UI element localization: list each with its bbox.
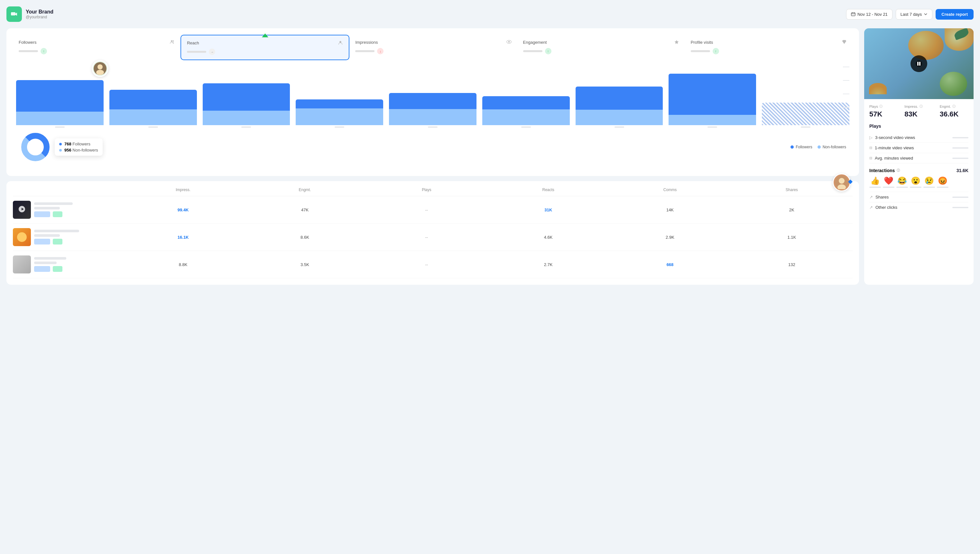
table-row: 16.1K 8.6K -- 4.6K 2.9K 1.1K xyxy=(13,224,853,251)
svg-point-12 xyxy=(96,70,104,75)
period-label: Last 7 days xyxy=(900,12,922,17)
impress-info-icon[interactable]: ⓘ xyxy=(920,104,923,109)
emoji-sad: 😢 xyxy=(923,176,935,188)
row2-impress: 16.1K xyxy=(122,235,244,240)
tab-engagement[interactable]: Engagement ↑ xyxy=(517,35,685,60)
plays-item-avg-label: Avg. minutes viewed xyxy=(875,156,913,161)
svg-point-16 xyxy=(839,178,845,184)
header-controls: Nov 12 - Nov 21 Last 7 days Create repor… xyxy=(846,9,974,20)
brand-handle: @yourbrand xyxy=(26,15,53,19)
svg-rect-1 xyxy=(851,13,855,16)
emoji-like: 👍 xyxy=(869,176,881,188)
reach-tab-label: Reach xyxy=(187,41,199,45)
col-comms-header: Comms xyxy=(609,188,731,192)
engagement-arrow: ↑ xyxy=(545,48,552,54)
create-report-button[interactable]: Create report xyxy=(935,9,974,20)
reach-icon xyxy=(338,40,343,46)
svg-point-9 xyxy=(508,41,510,43)
table-section: Impress. Engmt. Plays Reacts Comms Share… xyxy=(6,181,859,285)
row3-impress: 8.8K xyxy=(122,262,244,267)
reach-avatar-container xyxy=(92,60,108,77)
brand-logo xyxy=(6,6,22,22)
row1-reacts: 31K xyxy=(487,207,609,212)
svg-rect-21 xyxy=(919,62,921,65)
row3-plays: -- xyxy=(366,262,487,267)
row1-comms: 14K xyxy=(609,207,731,212)
engmt-value: 36.6K xyxy=(940,110,969,118)
emoji-angry: 😡 xyxy=(937,176,948,188)
row3-comms: 668 xyxy=(609,262,731,267)
row2-plays: -- xyxy=(366,235,487,240)
row1-shares: 2K xyxy=(731,207,853,212)
interactions-label: Interactions xyxy=(869,168,895,173)
svg-rect-0 xyxy=(11,12,16,16)
period-dropdown[interactable]: Last 7 days xyxy=(896,9,933,20)
plays-value: 57K xyxy=(869,110,898,118)
row2-shares: 1.1K xyxy=(731,235,853,240)
main-layout: Followers ↑ Reach xyxy=(6,28,974,285)
right-stats: Plays ⓘ 57K Impress. ⓘ 83K Engmt. ⓘ xyxy=(864,99,974,285)
emoji-wow: 😮 xyxy=(910,176,921,188)
row2-thumbnail xyxy=(13,228,31,246)
interactions-header: Interactions ⓘ 31.6K xyxy=(869,168,969,173)
row2-reacts: 4.6K xyxy=(487,235,609,240)
table-card: Impress. Engmt. Plays Reacts Comms Share… xyxy=(6,181,859,285)
y-axis xyxy=(843,67,850,108)
row1-info xyxy=(34,202,122,218)
tab-profile-visits[interactable]: Profile visits ↑ xyxy=(685,35,853,60)
profile-visits-arrow: ↑ xyxy=(713,48,719,54)
row1-plays: -- xyxy=(366,207,487,212)
tab-reach[interactable]: Reach → xyxy=(180,35,349,60)
plays-info-icon[interactable]: ⓘ xyxy=(879,104,883,109)
chart-legend: Followers Non-followers xyxy=(791,145,846,149)
tooltip-followers: 768 Followers xyxy=(64,142,91,146)
plays-item-3sec-label: 3-second video views xyxy=(875,135,915,140)
svg-point-6 xyxy=(172,41,174,42)
reel-play-button[interactable] xyxy=(910,55,927,72)
interactions-count: 31.6K xyxy=(956,168,969,173)
plays-label: Plays xyxy=(869,105,878,108)
floating-avatar xyxy=(833,174,853,191)
plays-item-1min: ⊟ 1-minute video views xyxy=(869,143,969,153)
row3-shares: 132 xyxy=(731,262,853,267)
brand-section: Your Brand @yourbrand xyxy=(6,6,53,22)
right-panel: Plays ⓘ 57K Impress. ⓘ 83K Engmt. ⓘ xyxy=(864,28,974,285)
tab-followers[interactable]: Followers ↑ xyxy=(13,35,180,60)
interactions-info-icon[interactable]: ⓘ xyxy=(897,168,900,173)
donut-chart xyxy=(19,131,51,163)
row1-thumbnail xyxy=(13,201,31,219)
followers-arrow: ↑ xyxy=(41,48,47,54)
plays-item-1min-label: 1-minute video views xyxy=(875,145,914,150)
brand-name: Your Brand xyxy=(26,9,53,15)
stat-plays: Plays ⓘ 57K xyxy=(869,104,898,118)
metrics-card: Followers ↑ Reach xyxy=(6,28,859,176)
emoji-love: ❤️ xyxy=(883,176,894,188)
plays-item-3sec: ▷ 3-second video views xyxy=(869,132,969,143)
left-panel: Followers ↑ Reach xyxy=(6,28,859,285)
other-clicks-row: ↗ Other clicks xyxy=(869,202,969,212)
impress-value: 83K xyxy=(904,110,933,118)
engmt-info-icon[interactable]: ⓘ xyxy=(952,104,956,109)
chart-tooltip: 768 Followers 956 Non-followers xyxy=(55,138,103,156)
legend-non-followers: Non-followers xyxy=(822,145,846,149)
impress-label: Impress. xyxy=(904,105,918,108)
stats-row: Plays ⓘ 57K Impress. ⓘ 83K Engmt. ⓘ xyxy=(869,104,969,118)
reel-image xyxy=(864,28,974,99)
plays-item-avg: ⊟ Avg. minutes viewed xyxy=(869,153,969,164)
table-row: 99.4K 47K -- 31K 14K 2K xyxy=(13,196,853,224)
row1-engmt: 47K xyxy=(244,207,366,212)
date-range-label: Nov 12 - Nov 21 xyxy=(858,12,888,17)
svg-point-19 xyxy=(916,60,922,67)
shares-row: ↗ Shares xyxy=(869,192,969,202)
col-impress-header: Impress. xyxy=(122,188,244,192)
engagement-icon xyxy=(674,39,679,45)
tab-impressions[interactable]: Impressions ↓ xyxy=(349,35,517,60)
chart-area xyxy=(13,60,853,128)
chart-footer: 768 Followers 956 Non-followers Follo xyxy=(13,128,853,163)
app-header: Your Brand @yourbrand Nov 12 - Nov 21 La… xyxy=(6,6,974,22)
stat-impress: Impress. ⓘ 83K xyxy=(904,104,933,118)
date-picker-button[interactable]: Nov 12 - Nov 21 xyxy=(846,9,892,20)
row3-reacts: 2.7K xyxy=(487,262,609,267)
emoji-haha: 😂 xyxy=(896,176,908,188)
row3-thumbnail xyxy=(13,255,31,274)
